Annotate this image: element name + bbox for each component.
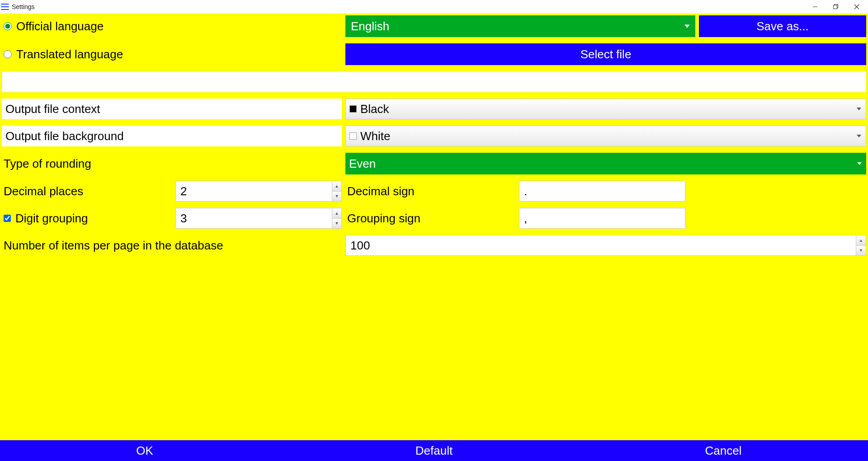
- language-select[interactable]: English: [345, 15, 695, 37]
- decimal-places-up[interactable]: ▲: [332, 181, 341, 192]
- digit-grouping-checkbox-input[interactable]: [4, 215, 11, 222]
- grouping-digits-spinner[interactable]: ▲ ▼: [175, 208, 342, 229]
- file-path-field: [2, 71, 866, 92]
- ok-button[interactable]: OK: [0, 440, 289, 461]
- grouping-digits-input[interactable]: [176, 208, 332, 228]
- decimal-sign-input[interactable]: [519, 181, 685, 201]
- digit-grouping-checkbox[interactable]: Digit grouping: [2, 208, 172, 229]
- grouping-digits-down[interactable]: ▼: [332, 219, 341, 229]
- decimal-places-down[interactable]: ▼: [332, 192, 341, 202]
- color-swatch-white: [349, 132, 357, 140]
- output-context-label: Output file context: [2, 99, 342, 119]
- decimal-places-input[interactable]: [176, 181, 332, 201]
- select-file-button[interactable]: Select file: [345, 43, 866, 65]
- output-context-value: Black: [360, 102, 389, 116]
- official-language-radio-input[interactable]: [4, 22, 12, 30]
- decimal-places-label: Decimal places: [2, 181, 172, 202]
- minimize-button[interactable]: [805, 0, 826, 14]
- items-per-page-up[interactable]: ▲: [856, 235, 866, 246]
- rounding-type-select[interactable]: Even: [345, 153, 866, 174]
- cancel-button[interactable]: Cancel: [579, 440, 868, 461]
- output-context-select[interactable]: Black: [345, 99, 866, 119]
- output-background-select[interactable]: White: [345, 126, 866, 146]
- rounding-type-label: Type of rounding: [2, 153, 342, 174]
- output-background-label: Output file background: [2, 126, 342, 146]
- save-as-button[interactable]: Save as...: [699, 15, 866, 37]
- titlebar: Settings: [0, 0, 868, 14]
- maximize-button[interactable]: [826, 0, 846, 14]
- language-select-value: English: [351, 19, 389, 33]
- footer-buttons: OK Default Cancel: [0, 440, 868, 461]
- svg-rect-2: [834, 5, 837, 9]
- default-button[interactable]: Default: [289, 440, 579, 461]
- maximize-icon: [833, 4, 839, 9]
- items-per-page-spinner[interactable]: ▲ ▼: [345, 235, 866, 256]
- grouping-sign-field[interactable]: [519, 208, 685, 229]
- decimal-places-spinner[interactable]: ▲ ▼: [175, 181, 342, 202]
- grouping-sign-input[interactable]: [519, 208, 685, 228]
- window-title: Settings: [12, 3, 35, 10]
- items-per-page-label: Number of items per page in the database: [2, 235, 342, 256]
- official-language-label: Official language: [16, 19, 104, 33]
- minimize-icon: [812, 4, 818, 9]
- translated-language-label: Translated language: [16, 47, 123, 61]
- menu-icon: [1, 3, 9, 11]
- close-button[interactable]: [846, 0, 867, 14]
- grouping-digits-up[interactable]: ▲: [332, 208, 341, 219]
- decimal-sign-field[interactable]: [519, 181, 685, 202]
- rounding-type-value: Even: [349, 157, 376, 171]
- grouping-sign-label: Grouping sign: [345, 208, 515, 229]
- close-icon: [854, 4, 859, 9]
- items-per-page-input[interactable]: [346, 235, 856, 255]
- decimal-sign-label: Decimal sign: [345, 181, 515, 202]
- items-per-page-down[interactable]: ▼: [856, 246, 866, 256]
- digit-grouping-label: Digit grouping: [15, 212, 88, 226]
- official-language-radio[interactable]: Official language: [2, 15, 342, 37]
- output-background-value: White: [360, 129, 390, 143]
- translated-language-radio[interactable]: Translated language: [2, 43, 342, 65]
- translated-language-radio-input[interactable]: [4, 50, 12, 58]
- color-swatch-black: [349, 105, 357, 113]
